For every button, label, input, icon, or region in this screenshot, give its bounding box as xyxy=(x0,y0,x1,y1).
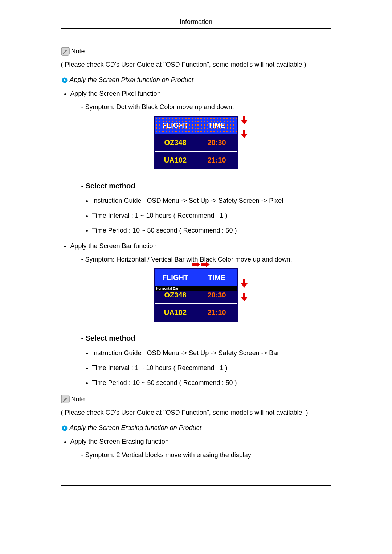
table-header: TIME xyxy=(196,268,238,286)
table-header: TIME xyxy=(196,116,238,134)
table-cell: 21:10 xyxy=(196,304,238,321)
list-item: Apply the Screen Erasing function - Symp… xyxy=(70,437,331,460)
table-cell: 20:30 xyxy=(196,134,238,151)
arrow-down-icon xyxy=(241,279,248,291)
list-item: Apply the Screen Pixel function - Sympto… xyxy=(70,89,331,235)
select-method-heading: - Select method xyxy=(81,180,331,191)
table-cell: 21:10 xyxy=(196,151,238,169)
select-method-list: Instruction Guide : OSD Menu -> Set Up -… xyxy=(70,349,331,388)
select-method-heading: - Select method xyxy=(81,333,331,344)
arrow-down-icon xyxy=(241,293,248,304)
page-title: Information xyxy=(180,18,212,25)
figure-wrap: FLIGHT TIME OZ348 20:30 UA102 21:10 xyxy=(154,268,248,322)
section-c-list: Apply the Screen Erasing function - Symp… xyxy=(61,437,331,460)
table-header: FLIGHT xyxy=(155,268,196,286)
list-item: Apply the Screen Bar function - Symptom:… xyxy=(70,241,331,388)
select-method-list: Instruction Guide : OSD Menu -> Set Up -… xyxy=(70,196,331,235)
symptom-text: - Symptom: Dot with Black Color move up … xyxy=(81,102,331,112)
header-label: FLIGHT xyxy=(162,121,188,129)
note-text: ( Please check CD's User Guide at "OSD F… xyxy=(61,408,331,418)
page-header: Information xyxy=(61,18,331,29)
bullet-text: Apply the Screen Erasing function xyxy=(70,438,169,445)
flight-table: FLIGHT TIME OZ348 20:30 xyxy=(154,116,238,169)
header-label: TIME xyxy=(208,121,225,129)
table-cell: OZ348 xyxy=(155,134,196,151)
note-heading: Note xyxy=(61,47,331,56)
table-cell: UA102 xyxy=(155,304,196,321)
bullet-text: Apply the Screen Pixel function xyxy=(70,90,161,97)
list-item: Time Interval : 1 ~ 10 hours ( Recommend… xyxy=(92,364,331,373)
side-arrows xyxy=(241,268,248,315)
svg-rect-3 xyxy=(243,130,245,134)
page-content: Information Note ( Please check CD's Use… xyxy=(61,0,331,504)
table-container: FLIGHT TIME OZ348 20:30 xyxy=(154,116,238,169)
list-item: Instruction Guide : OSD Menu -> Set Up -… xyxy=(92,349,331,358)
symptom-text: - Symptom: 2 Vertical blocks move with e… xyxy=(81,450,331,460)
svg-rect-7 xyxy=(243,293,245,297)
table-container: FLIGHT TIME OZ348 20:30 UA102 21:10 xyxy=(154,268,238,322)
section-a-list: Apply the Screen Pixel function - Sympto… xyxy=(61,89,331,387)
list-item: Time Period : 10 ~ 50 second ( Recommend… xyxy=(92,378,331,387)
footer-rule xyxy=(61,485,331,486)
note-heading: Note xyxy=(61,395,331,403)
figure-pixel: FLIGHT TIME OZ348 20:30 xyxy=(70,116,331,169)
arrow-down-icon xyxy=(241,130,248,141)
arrow-down-icon xyxy=(241,116,248,127)
pencil-note-icon xyxy=(61,47,70,56)
arrow-right-circle-icon xyxy=(62,77,68,83)
figure-wrap: FLIGHT TIME OZ348 20:30 xyxy=(154,116,248,169)
section-c-title: Apply the Screen Erasing function on Pro… xyxy=(70,424,201,432)
side-arrows xyxy=(241,116,248,141)
bullet-text: Apply the Screen Bar function xyxy=(70,242,157,250)
svg-rect-6 xyxy=(243,279,245,283)
list-item: Time Interval : 1 ~ 10 hours ( Recommend… xyxy=(92,211,331,220)
section-c-heading: Apply the Screen Erasing function on Pro… xyxy=(62,424,331,432)
pencil-note-icon xyxy=(61,395,70,403)
flight-table: FLIGHT TIME OZ348 20:30 UA102 21:10 xyxy=(154,268,238,322)
list-item: Instruction Guide : OSD Menu -> Set Up -… xyxy=(92,196,331,205)
note-text: ( Please check CD's User Guide at "OSD F… xyxy=(61,60,331,70)
arrow-right-circle-icon xyxy=(62,425,68,431)
table-header: FLIGHT xyxy=(155,116,196,134)
horizontal-bar-label: Horizontal Bar xyxy=(155,286,237,291)
figure-bar: FLIGHT TIME OZ348 20:30 UA102 21:10 xyxy=(70,268,331,322)
svg-rect-5 xyxy=(201,263,206,266)
svg-rect-2 xyxy=(243,116,245,120)
svg-rect-4 xyxy=(192,263,197,266)
section-a-title: Apply the Screen Pixel function on Produ… xyxy=(70,76,193,84)
h-bar-text: Horizontal Bar xyxy=(156,287,179,290)
list-item: Time Period : 10 ~ 50 second ( Recommend… xyxy=(92,226,331,235)
note-label: Note xyxy=(71,48,85,55)
section-a-heading: Apply the Screen Pixel function on Produ… xyxy=(62,76,331,84)
note-label: Note xyxy=(71,395,85,403)
table-cell: UA102 xyxy=(155,151,196,169)
